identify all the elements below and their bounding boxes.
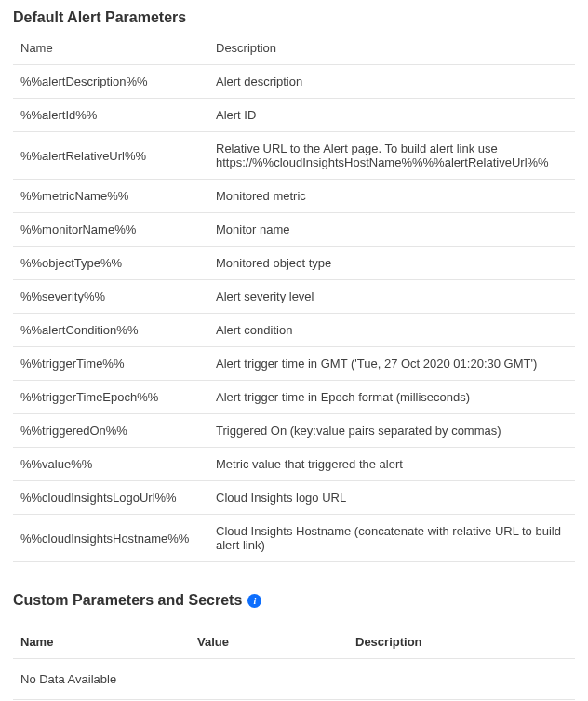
param-name: %%value%% <box>13 448 208 481</box>
param-name: %%objectType%% <box>13 247 208 280</box>
param-name: %%alertDescription%% <box>13 65 208 99</box>
param-name: %%monitorName%% <box>13 213 208 247</box>
col-header-description: Description <box>208 34 575 65</box>
table-row: %%triggerTime%%Alert trigger time in GMT… <box>13 347 575 381</box>
table-row: %%alertRelativeUrl%%Relative URL to the … <box>13 132 575 180</box>
default-alert-title: Default Alert Parameters <box>13 9 575 26</box>
param-name: %%metricName%% <box>13 180 208 213</box>
param-name: %%cloudInsightsLogoUrl%% <box>13 481 208 515</box>
table-row: %%triggeredOn%%Triggered On (key:value p… <box>13 414 575 448</box>
table-row: %%triggerTimeEpoch%%Alert trigger time i… <box>13 381 575 414</box>
table-row: %%cloudInsightsLogoUrl%%Cloud Insights l… <box>13 481 575 515</box>
info-icon[interactable]: i <box>247 594 261 608</box>
param-name: %%triggeredOn%% <box>13 414 208 448</box>
table-row: %%monitorName%%Monitor name <box>13 213 575 247</box>
col-header-name: Name <box>13 34 208 65</box>
param-description: Alert severity level <box>208 280 575 314</box>
param-description: Monitored metric <box>208 180 575 213</box>
param-name: %%triggerTime%% <box>13 347 208 381</box>
custom-params-table: Name Value Description No Data Available <box>13 626 575 700</box>
param-description: Relative URL to the Alert page. To build… <box>208 132 575 180</box>
table-row: %%metricName%%Monitored metric <box>13 180 575 213</box>
param-description: Alert ID <box>208 99 575 132</box>
param-name: %%alertId%% <box>13 99 208 132</box>
empty-text: No Data Available <box>13 659 575 700</box>
param-name: %%triggerTimeEpoch%% <box>13 381 208 414</box>
param-description: Alert trigger time in Epoch format (mill… <box>208 381 575 414</box>
param-description: Metric value that triggered the alert <box>208 448 575 481</box>
param-description: Monitor name <box>208 213 575 247</box>
param-description: Alert description <box>208 65 575 99</box>
default-alert-table: Name Description %%alertDescription%%Ale… <box>13 34 575 562</box>
param-name: %%alertCondition%% <box>13 314 208 347</box>
col2-header-value: Value <box>190 626 348 659</box>
table-row: %%objectType%%Monitored object type <box>13 247 575 280</box>
param-description: Cloud Insights Hostname (concatenate wit… <box>208 515 575 562</box>
col2-header-description: Description <box>348 626 575 659</box>
table-row: %%alertDescription%%Alert description <box>13 65 575 99</box>
table-row: %%alertCondition%%Alert condition <box>13 314 575 347</box>
table-row: No Data Available <box>13 659 575 700</box>
col2-header-name: Name <box>13 626 190 659</box>
param-name: %%severity%% <box>13 280 208 314</box>
param-description: Triggered On (key:value pairs separated … <box>208 414 575 448</box>
param-description: Alert condition <box>208 314 575 347</box>
table-row: %%cloudInsightsHostname%%Cloud Insights … <box>13 515 575 562</box>
param-description: Monitored object type <box>208 247 575 280</box>
param-name: %%cloudInsightsHostname%% <box>13 515 208 562</box>
table-row: %%value%%Metric value that triggered the… <box>13 448 575 481</box>
table-row: %%severity%%Alert severity level <box>13 280 575 314</box>
param-name: %%alertRelativeUrl%% <box>13 132 208 180</box>
custom-params-title: Custom Parameters and Secrets <box>13 592 242 609</box>
param-description: Cloud Insights logo URL <box>208 481 575 515</box>
param-description: Alert trigger time in GMT ('Tue, 27 Oct … <box>208 347 575 381</box>
table-row: %%alertId%%Alert ID <box>13 99 575 132</box>
